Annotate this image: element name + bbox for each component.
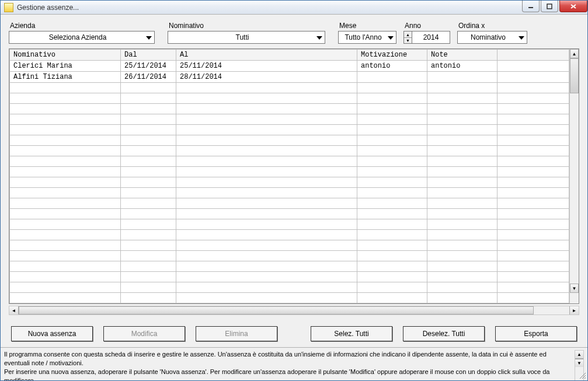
- table-row[interactable]: [10, 125, 569, 135]
- table-row[interactable]: [10, 167, 569, 177]
- cell-nominativo[interactable]: [10, 240, 121, 251]
- help-scroll-down-icon[interactable]: ▼: [575, 359, 583, 367]
- cell-motivazione[interactable]: [357, 272, 427, 282]
- spinner-up-icon[interactable]: ▲: [404, 32, 412, 38]
- cell-motivazione[interactable]: [357, 72, 427, 83]
- cell-extra[interactable]: [497, 240, 569, 251]
- horizontal-scrollbar[interactable]: ◄ ►: [9, 306, 579, 315]
- cell-al[interactable]: [176, 146, 357, 156]
- cell-al[interactable]: [176, 293, 357, 303]
- cell-motivazione[interactable]: [357, 135, 427, 146]
- cell-al[interactable]: [176, 104, 357, 114]
- cell-nominativo[interactable]: [10, 219, 121, 230]
- cell-extra[interactable]: [497, 188, 569, 198]
- cell-motivazione[interactable]: [357, 146, 427, 156]
- cell-al[interactable]: [176, 188, 357, 198]
- cell-extra[interactable]: [497, 198, 569, 209]
- modifica-button[interactable]: Modifica: [103, 326, 185, 341]
- cell-dal[interactable]: [121, 177, 176, 188]
- cell-al[interactable]: [176, 251, 357, 261]
- table-row[interactable]: [10, 114, 569, 125]
- cell-note[interactable]: [427, 188, 497, 198]
- cell-note[interactable]: [427, 251, 497, 261]
- anno-spinner[interactable]: ▲ ▼: [403, 31, 412, 44]
- cell-al[interactable]: [176, 282, 357, 293]
- table-row[interactable]: [10, 261, 569, 272]
- scroll-up-icon[interactable]: ▲: [570, 49, 579, 58]
- cell-nominativo[interactable]: [10, 209, 121, 219]
- cell-motivazione[interactable]: [357, 104, 427, 114]
- cell-note[interactable]: [427, 146, 497, 156]
- cell-nominativo[interactable]: [10, 251, 121, 261]
- col-motivazione[interactable]: Motivazione: [357, 50, 427, 61]
- cell-dal[interactable]: [121, 293, 176, 303]
- cell-note[interactable]: [427, 240, 497, 251]
- cell-al[interactable]: [176, 272, 357, 282]
- cell-extra[interactable]: [497, 104, 569, 114]
- cell-extra[interactable]: [497, 219, 569, 230]
- cell-dal[interactable]: [121, 251, 176, 261]
- cell-nominativo[interactable]: [10, 146, 121, 156]
- cell-motivazione[interactable]: [357, 209, 427, 219]
- cell-note[interactable]: [427, 230, 497, 240]
- cell-al[interactable]: [176, 156, 357, 167]
- scroll-left-icon[interactable]: ◄: [9, 306, 19, 314]
- cell-extra[interactable]: [497, 230, 569, 240]
- cell-note[interactable]: [427, 114, 497, 125]
- esporta-button[interactable]: Esporta: [495, 326, 577, 341]
- cell-extra[interactable]: [497, 209, 569, 219]
- cell-dal[interactable]: 26/11/2014: [121, 72, 176, 83]
- cell-nominativo[interactable]: Clerici Marina: [10, 61, 121, 72]
- cell-motivazione[interactable]: [357, 188, 427, 198]
- cell-note[interactable]: [427, 72, 497, 83]
- table-row[interactable]: Alfini Tiziana26/11/201428/11/2014: [10, 72, 569, 83]
- table-row[interactable]: [10, 188, 569, 198]
- cell-al[interactable]: [176, 135, 357, 146]
- combo-mese[interactable]: Tutto l'Anno: [338, 31, 396, 44]
- cell-dal[interactable]: [121, 146, 176, 156]
- cell-al[interactable]: [176, 125, 357, 135]
- cell-extra[interactable]: [497, 93, 569, 104]
- cell-note[interactable]: [427, 219, 497, 230]
- cell-note[interactable]: [427, 156, 497, 167]
- table-row[interactable]: [10, 240, 569, 251]
- cell-dal[interactable]: [121, 282, 176, 293]
- cell-dal[interactable]: 25/11/2014: [121, 61, 176, 72]
- cell-al[interactable]: [176, 261, 357, 272]
- cell-extra[interactable]: [497, 177, 569, 188]
- cell-motivazione[interactable]: [357, 177, 427, 188]
- cell-al[interactable]: [176, 114, 357, 125]
- cell-extra[interactable]: [497, 72, 569, 83]
- cell-dal[interactable]: [121, 261, 176, 272]
- cell-dal[interactable]: [121, 125, 176, 135]
- col-al[interactable]: Al: [176, 50, 357, 61]
- spinner-down-icon[interactable]: ▼: [404, 38, 412, 44]
- table-row[interactable]: [10, 146, 569, 156]
- cell-dal[interactable]: [121, 167, 176, 177]
- table-row[interactable]: Clerici Marina25/11/201425/11/2014antoni…: [10, 61, 569, 72]
- cell-nominativo[interactable]: [10, 230, 121, 240]
- cell-motivazione[interactable]: [357, 167, 427, 177]
- cell-note[interactable]: [427, 83, 497, 93]
- combo-azienda[interactable]: Seleziona Azienda: [9, 31, 155, 44]
- cell-note[interactable]: [427, 293, 497, 303]
- cell-al[interactable]: 25/11/2014: [176, 61, 357, 72]
- cell-nominativo[interactable]: [10, 104, 121, 114]
- table-row[interactable]: [10, 198, 569, 209]
- cell-note[interactable]: [427, 93, 497, 104]
- nuova-assenza-button[interactable]: Nuova assenza: [11, 326, 93, 341]
- cell-nominativo[interactable]: [10, 135, 121, 146]
- combo-ordina[interactable]: Nominativo: [457, 31, 527, 44]
- cell-nominativo[interactable]: [10, 282, 121, 293]
- cell-nominativo[interactable]: [10, 114, 121, 125]
- close-button[interactable]: [559, 1, 587, 12]
- cell-motivazione[interactable]: [357, 282, 427, 293]
- cell-nominativo[interactable]: [10, 198, 121, 209]
- resize-grip[interactable]: [578, 371, 586, 379]
- cell-dal[interactable]: [121, 104, 176, 114]
- cell-extra[interactable]: [497, 156, 569, 167]
- cell-motivazione[interactable]: [357, 93, 427, 104]
- cell-extra[interactable]: [497, 146, 569, 156]
- cell-nominativo[interactable]: [10, 93, 121, 104]
- table-row[interactable]: [10, 156, 569, 167]
